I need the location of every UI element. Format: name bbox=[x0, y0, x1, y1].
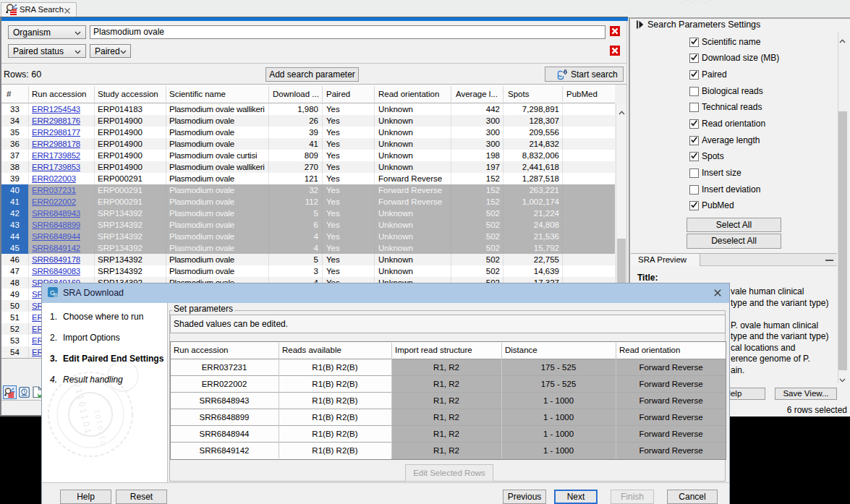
svg-text:G: G bbox=[50, 289, 55, 296]
svg-text:0110101: 0110101 bbox=[93, 407, 107, 445]
svg-text:01101101: 01101101 bbox=[72, 381, 93, 437]
